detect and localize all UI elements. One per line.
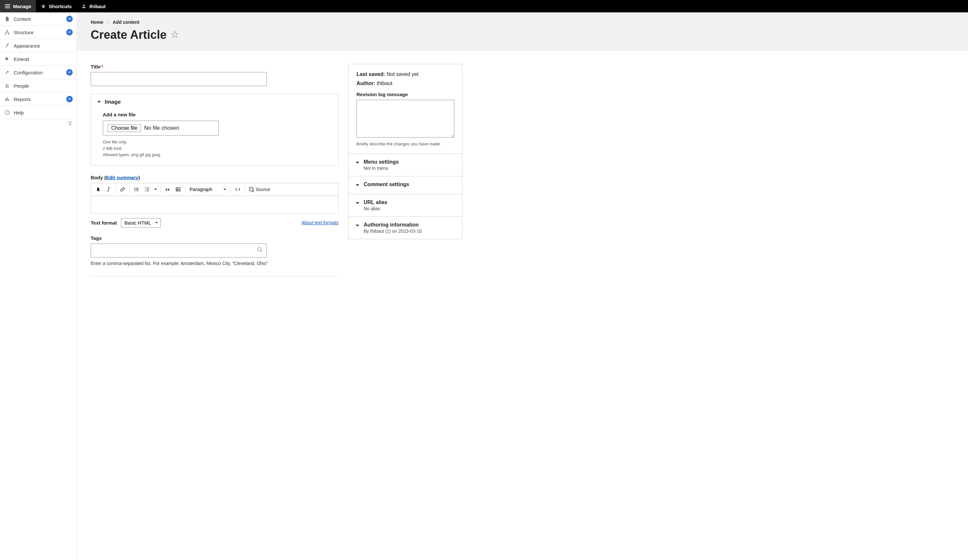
svg-text:?: ? — [6, 111, 8, 114]
file-input-wrap[interactable]: Choose file No file chosen — [103, 121, 219, 135]
breadcrumb: Home › Add content — [91, 20, 954, 25]
text-format-select-input[interactable]: Basic HTML — [121, 218, 161, 228]
page-title: Create Article — [91, 28, 167, 42]
author: Author: thibaut — [356, 81, 454, 86]
paintbrush-icon — [4, 42, 10, 49]
sidebar-item-label: Reports — [14, 96, 31, 102]
chevron-up-icon — [97, 99, 101, 105]
edit-summary-link[interactable]: Edit summary — [106, 175, 138, 180]
about-text-formats-link[interactable]: About text formats — [302, 220, 338, 225]
sidebar-item-people[interactable]: People — [0, 79, 77, 93]
editor-toolbar: 123 Paragraph — [91, 183, 338, 196]
accordion-subtitle: Not in menu — [364, 165, 399, 171]
tags-help-text: Enter a comma-separated list. For exampl… — [91, 261, 338, 266]
code-button[interactable] — [232, 185, 243, 194]
add-file-label: Add a new file — [103, 112, 327, 117]
image-button[interactable] — [173, 185, 183, 194]
toolbar-shortcuts[interactable]: Shortcuts — [36, 0, 76, 12]
accordion-authoring-info[interactable]: Authoring information By thibaut (1) on … — [348, 217, 462, 239]
list-dropdown-button[interactable] — [152, 185, 159, 194]
choose-file-button[interactable]: Choose file — [108, 124, 141, 132]
sidebar-item-structure[interactable]: Structure — [0, 26, 77, 39]
title-input[interactable] — [91, 72, 267, 86]
chevron-down-icon[interactable] — [66, 29, 73, 36]
toolbar-manage[interactable]: Manage — [0, 0, 36, 12]
sidebar-item-reports[interactable]: Reports — [0, 93, 77, 106]
link-button[interactable] — [118, 185, 128, 194]
meta-box: Last saved: Not saved yet Author: thibau… — [348, 64, 462, 154]
file-help-line: One file only. — [103, 139, 327, 145]
sidebar-item-content[interactable]: Content — [0, 12, 77, 26]
sidebar-item-label: Extend — [14, 56, 29, 62]
toolbar-shortcuts-label: Shortcuts — [49, 3, 72, 9]
admin-toolbar: Manage Shortcuts thibaut — [0, 0, 968, 12]
chevron-down-icon — [355, 160, 360, 166]
image-fieldset: Image Add a new file Choose file No file… — [91, 94, 338, 165]
hamburger-icon — [5, 3, 10, 9]
image-legend: Image — [105, 99, 121, 105]
accordion-subtitle: No alias — [364, 206, 388, 211]
svg-rect-1 — [5, 6, 10, 7]
user-icon — [81, 3, 87, 9]
chevron-down-icon[interactable] — [66, 69, 73, 76]
chevron-down-icon[interactable] — [66, 16, 73, 22]
sidebar-item-label: Appearance — [14, 43, 40, 49]
blockquote-button[interactable] — [162, 185, 173, 194]
svg-rect-2 — [5, 8, 10, 8]
chevron-down-icon — [355, 223, 360, 229]
last-saved: Last saved: Not saved yet — [356, 71, 454, 77]
accordion-title: Menu settings — [364, 159, 399, 165]
accordion-subtitle: By thibaut (1) on 2023-03-10 — [364, 228, 422, 234]
svg-point-16 — [134, 189, 135, 190]
image-summary[interactable]: Image — [91, 94, 338, 110]
sidebar-item-label: Configuration — [14, 70, 43, 75]
sidebar-item-extend[interactable]: Extend — [0, 53, 77, 66]
accordion-url-alias[interactable]: URL alias No alias — [348, 194, 462, 217]
document-icon — [4, 16, 10, 22]
accordion-menu-settings[interactable]: Menu settings Not in menu — [348, 154, 462, 176]
star-icon — [40, 3, 46, 9]
svg-rect-27 — [176, 187, 180, 191]
svg-point-8 — [8, 84, 8, 86]
form-sidebar: Last saved: Not saved yet Author: thibau… — [348, 64, 462, 277]
required-indicator: * — [101, 64, 103, 69]
sidebar-collapse-button[interactable] — [0, 119, 77, 129]
svg-point-6 — [8, 33, 10, 35]
italic-button[interactable] — [103, 185, 114, 194]
chevron-down-icon[interactable] — [66, 96, 73, 102]
heading-select-input[interactable]: Paragraph — [187, 185, 229, 193]
toolbar-separator — [245, 185, 245, 193]
revision-log-label: Revision log message — [356, 92, 454, 97]
sidebar-item-help[interactable]: ? Help — [0, 106, 77, 119]
sidebar-item-label: People — [14, 83, 29, 89]
sidebar-item-appearance[interactable]: Appearance — [0, 39, 77, 53]
star-outline-icon[interactable] — [171, 31, 178, 39]
last-saved-value: Not saved yet — [387, 71, 419, 77]
numbered-list-button[interactable]: 123 — [142, 185, 152, 194]
tags-input[interactable] — [91, 243, 267, 258]
source-label: Source — [256, 187, 270, 192]
bold-button[interactable] — [93, 185, 103, 194]
title-label-text: Title — [91, 64, 101, 69]
sidebar-item-configuration[interactable]: Configuration — [0, 66, 77, 79]
breadcrumb-home[interactable]: Home — [91, 20, 103, 25]
bullet-list-button[interactable] — [131, 185, 142, 194]
editor-textarea[interactable] — [91, 196, 338, 213]
source-button[interactable]: Source — [247, 185, 272, 194]
body-label: Body (Edit summary) — [91, 175, 338, 180]
svg-rect-24 — [146, 187, 149, 188]
toolbar-separator — [185, 185, 185, 193]
accordion-title: Authoring information — [364, 222, 422, 228]
last-saved-label: Last saved: — [356, 71, 385, 77]
svg-point-3 — [83, 5, 85, 6]
text-format-select[interactable]: Basic HTML — [121, 218, 161, 228]
toolbar-user[interactable]: thibaut — [76, 0, 110, 12]
accordion-comment-settings[interactable]: Comment settings — [348, 176, 462, 194]
heading-select[interactable]: Paragraph — [187, 185, 229, 193]
breadcrumb-add-content[interactable]: Add content — [113, 20, 139, 25]
toolbar-separator — [161, 185, 161, 193]
admin-sidebar: Content Structure Appearance Extend Conf… — [0, 12, 77, 560]
revision-log-textarea[interactable] — [356, 100, 454, 137]
form-main: Title* Image Add a new file Choose file — [91, 64, 338, 277]
title-label: Title* — [91, 64, 338, 69]
